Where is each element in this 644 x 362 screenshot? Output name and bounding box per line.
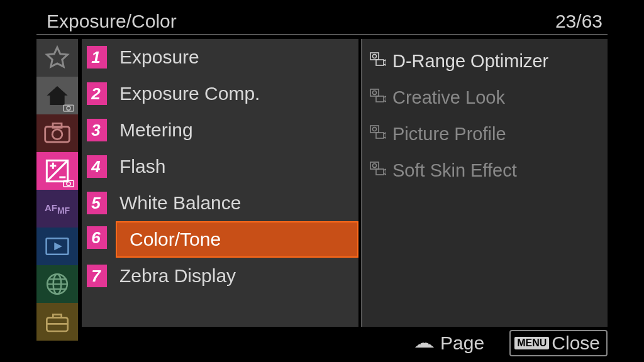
- menu-label: Metering: [119, 119, 193, 141]
- star-icon: [45, 45, 70, 70]
- svg-rect-17: [376, 96, 384, 102]
- camera-badge-icon: [63, 178, 74, 187]
- footer: Page MENU Close: [413, 329, 608, 357]
- menu-item-metering[interactable]: 3 Metering: [82, 112, 358, 148]
- submenu-label: Soft Skin Effect: [392, 160, 517, 181]
- svg-point-19: [373, 128, 377, 131]
- sidebar: AFMF: [36, 39, 78, 326]
- stillmovie-icon: [370, 162, 386, 179]
- camera-icon: [44, 123, 70, 144]
- wheel-icon: [413, 336, 436, 350]
- menu-num: 2: [87, 82, 107, 105]
- sidebar-tab-main[interactable]: [36, 77, 78, 114]
- submenu-item-soft-skin[interactable]: Soft Skin Effect: [362, 152, 608, 189]
- menu-label: Color/Tone: [122, 229, 221, 250]
- menu-num: 4: [87, 155, 107, 178]
- page-counter: 23/63: [555, 11, 602, 32]
- svg-rect-18: [370, 126, 379, 133]
- svg-point-22: [373, 164, 377, 168]
- menu-num: 3: [87, 119, 107, 141]
- submenu-label: D-Range Optimizer: [392, 51, 548, 72]
- svg-rect-20: [376, 133, 384, 138]
- menu-num: 5: [87, 192, 107, 214]
- svg-point-13: [373, 55, 377, 58]
- sidebar-tab-focus[interactable]: AFMF: [36, 190, 78, 228]
- sidebar-tab-exposure[interactable]: [36, 152, 78, 190]
- sidebar-tab-network[interactable]: [36, 265, 78, 303]
- submenu-item-drange[interactable]: D-Range Optimizer: [362, 43, 608, 79]
- submenu-item-creative-look[interactable]: Creative Look: [362, 79, 608, 116]
- close-button[interactable]: MENU Close: [509, 330, 608, 356]
- menu-label: Flash: [119, 156, 165, 177]
- menu-tag: MENU: [514, 337, 549, 349]
- menu-item-exposure-comp[interactable]: 2 Exposure Comp.: [82, 75, 358, 112]
- sidebar-tab-playback[interactable]: [36, 228, 78, 265]
- menu-label: Exposure Comp.: [119, 83, 260, 104]
- header-divider: [36, 34, 608, 35]
- menu-item-exposure[interactable]: 1 Exposure: [82, 39, 358, 75]
- svg-rect-12: [370, 53, 379, 60]
- page-hint: Page: [413, 332, 484, 354]
- menu-num: 7: [87, 265, 107, 287]
- menu-item-color-tone[interactable]: Color/Tone: [116, 221, 358, 258]
- menu-item-white-balance[interactable]: 5 White Balance: [82, 185, 358, 221]
- toolbox-icon: [45, 311, 70, 332]
- sidebar-tab-favorite[interactable]: [36, 39, 78, 77]
- svg-point-1: [67, 106, 70, 110]
- sidebar-tab-shooting[interactable]: [36, 114, 78, 152]
- play-icon: [45, 237, 69, 256]
- svg-rect-23: [376, 169, 384, 175]
- submenu-label: Creative Look: [392, 87, 505, 108]
- menu-num: 1: [87, 46, 107, 69]
- svg-point-3: [52, 129, 62, 140]
- submenu-item-picture-profile[interactable]: Picture Profile: [362, 116, 608, 152]
- menu-item-zebra[interactable]: 7 Zebra Display: [82, 258, 358, 294]
- svg-rect-15: [370, 89, 379, 96]
- stillmovie-icon: [370, 125, 386, 143]
- svg-rect-4: [53, 123, 62, 128]
- submenu-column: D-Range Optimizer Creative Look Picture …: [361, 39, 608, 327]
- svg-rect-21: [370, 162, 379, 169]
- menu-num: 6: [87, 226, 107, 249]
- submenu-label: Picture Profile: [392, 124, 506, 145]
- globe-icon: [45, 272, 69, 296]
- svg-point-16: [373, 91, 377, 95]
- camera-badge-icon: [63, 103, 74, 112]
- stillmovie-icon: [370, 89, 386, 106]
- menu-label: Exposure: [119, 47, 199, 68]
- menu-label: White Balance: [119, 192, 241, 214]
- svg-point-7: [67, 182, 70, 185]
- page-title: Exposure/Color: [47, 11, 177, 32]
- sidebar-tab-setup[interactable]: [36, 303, 78, 341]
- stillmovie-icon: [370, 52, 386, 70]
- menu-label: Zebra Display: [119, 265, 236, 287]
- af-mf-icon: AFMF: [45, 203, 70, 215]
- menu-item-flash[interactable]: 4 Flash: [82, 148, 358, 185]
- menu-column: 1 Exposure 2 Exposure Comp. 3 Metering 4…: [82, 39, 358, 327]
- svg-rect-14: [376, 60, 384, 65]
